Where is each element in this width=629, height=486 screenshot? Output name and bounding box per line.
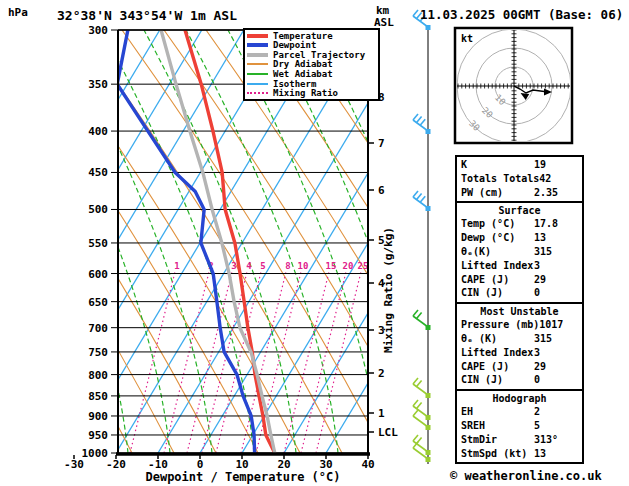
wet-adiabat-line: [60, 30, 212, 453]
stat-row: CAPE (J)29: [461, 273, 578, 287]
stat-row: Pressure (mb)1017: [461, 318, 578, 332]
pressure-tick-label: 900: [88, 410, 108, 423]
stat-value: 2: [534, 405, 578, 419]
stat-label: Dewp (°C): [461, 231, 534, 245]
dry-adiabat-line: [0, 30, 132, 453]
mixing-ratio-label: 3: [231, 261, 236, 271]
hodograph-unit-label: kt: [461, 33, 473, 44]
panel-section-most-unstable: Most UnstablePressure (mb)1017θₑ (K)315L…: [455, 302, 584, 391]
stat-row: CAPE (J)29: [461, 360, 578, 374]
stat-label: Lifted Index: [461, 259, 534, 273]
stat-label: θₑ (K): [461, 332, 534, 346]
stat-label: CAPE (J): [461, 360, 534, 374]
wind-barb-stem: [413, 120, 428, 131]
legend-swatch-mixing-ratio: [247, 92, 268, 94]
skewt-sounding-page: 12345810152025 3003504004505005506006507…: [0, 0, 629, 486]
stat-label: EH: [461, 405, 534, 419]
legend-label: Wet Adiabat: [273, 69, 333, 79]
hodograph: 102030: [455, 28, 572, 143]
mixing-ratio-axis-label: Mixing Ratio (g/kg): [382, 227, 395, 353]
wind-barb-feather: [413, 400, 418, 406]
legend-swatch-wet-adiabat: [247, 73, 268, 75]
stat-row: CIN (J)0: [461, 286, 578, 300]
temp-tick-label: 40: [361, 458, 374, 471]
wind-barb-feather: [417, 381, 422, 387]
stat-row: StmDir313°: [461, 433, 578, 447]
wind-barb-feather: [413, 191, 418, 197]
wind-barb-feather: [413, 410, 418, 416]
temp-tick-label: -30: [64, 458, 84, 471]
stat-value: 3: [534, 346, 578, 360]
legend: TemperatureDewpointParcel TrajectoryDry …: [243, 28, 380, 101]
legend-item: Temperature: [247, 31, 376, 40]
legend-item: Isotherm: [247, 79, 376, 88]
legend-label: Isotherm: [273, 79, 316, 89]
wind-barb-feather: [413, 114, 418, 120]
wind-barb-feather: [413, 378, 418, 384]
altitude-tick-label: 1: [378, 407, 385, 420]
stat-value: 313°: [534, 433, 578, 447]
stat-value: 315: [534, 245, 578, 259]
pressure-tick-label: 450: [88, 166, 108, 179]
pressure-tick-label: 750: [88, 346, 108, 359]
legend-swatch-dewpoint: [247, 43, 268, 47]
stat-row: Lifted Index3: [461, 346, 578, 360]
wind-barb-feather: [420, 119, 425, 125]
copyright: © weatheronline.co.uk: [450, 469, 602, 483]
wind-barb-feather: [417, 313, 422, 319]
stat-row: PW (cm)2.35: [461, 186, 578, 200]
wind-barb-stem: [413, 384, 428, 395]
dry-adiabat-line: [0, 30, 216, 453]
section-title: Hodograph: [461, 392, 578, 405]
legend-item: Wet Adiabat: [247, 70, 376, 79]
altitude-tick-label: 6: [378, 184, 385, 197]
mixing-ratio-line: [301, 272, 346, 453]
mixing-ratio-value-labels: 12345810152025: [174, 261, 368, 271]
pressure-tick-label: 850: [88, 390, 108, 403]
stat-value: 0: [534, 373, 578, 387]
stat-value: 1017: [539, 318, 583, 332]
pressure-tick-label: 650: [88, 296, 108, 309]
temp-tick-label: -20: [106, 458, 126, 471]
stat-row: StmSpd (kt)13: [461, 447, 578, 461]
wind-barb-feather: [420, 196, 425, 202]
legend-swatch-parcel-trajectory: [247, 53, 268, 57]
pressure-tick-label: 700: [88, 322, 108, 335]
x-axis-label: Dewpoint / Temperature (°C): [145, 470, 340, 484]
mixing-ratio-label: 25: [358, 261, 369, 271]
altitude-tick-label: 2: [378, 367, 385, 380]
wind-barb-stem: [413, 406, 428, 417]
stat-row: EH2: [461, 405, 578, 419]
altitude-tick-label: 7: [378, 137, 385, 150]
stat-row: CIN (J)0: [461, 373, 578, 387]
stat-value: 13: [534, 447, 578, 461]
datetime-title: 11.03.2025 00GMT (Base: 06): [420, 7, 623, 22]
section-title: Most Unstable: [461, 305, 578, 318]
legend-item: Mixing Ratio: [247, 89, 376, 98]
wind-barb-stem: [413, 197, 428, 208]
pressure-tick-label: 1000: [82, 447, 109, 460]
stat-label: Temp (°C): [461, 217, 534, 231]
wind-barb-feather: [417, 403, 422, 409]
panel-section-hodograph: HodographEH2SREH5StmDir313°StmSpd (kt)13: [455, 389, 584, 464]
pressure-axis-unit: hPa: [8, 6, 28, 19]
stat-label: CIN (J): [461, 373, 534, 387]
wind-barb-feather: [417, 117, 422, 123]
pressure-tick-label: 500: [88, 203, 108, 216]
isotherm-line: [0, 30, 160, 453]
legend-label: Mixing Ratio: [273, 88, 338, 98]
section-title: Surface: [461, 204, 578, 217]
pressure-tick-label: 350: [88, 78, 108, 91]
dry-adiabat-line: [0, 30, 174, 453]
mixing-ratio-line: [130, 272, 175, 453]
mixing-ratio-label: 5: [260, 261, 265, 271]
stat-value: 315: [534, 332, 578, 346]
panel-section-surface: SurfaceTemp (°C)17.8Dewp (°C)13θₑ(K)315L…: [455, 201, 584, 304]
pressure-tick-label: 600: [88, 268, 108, 281]
stat-value: 29: [534, 273, 578, 287]
station-title: 32°38'N 343°54'W 1m ASL: [57, 8, 237, 23]
mixing-ratio-label: 15: [326, 261, 337, 271]
stat-value: 0: [534, 286, 578, 300]
legend-swatch-dry-adiabat: [247, 63, 268, 65]
stat-label: CAPE (J): [461, 273, 534, 287]
